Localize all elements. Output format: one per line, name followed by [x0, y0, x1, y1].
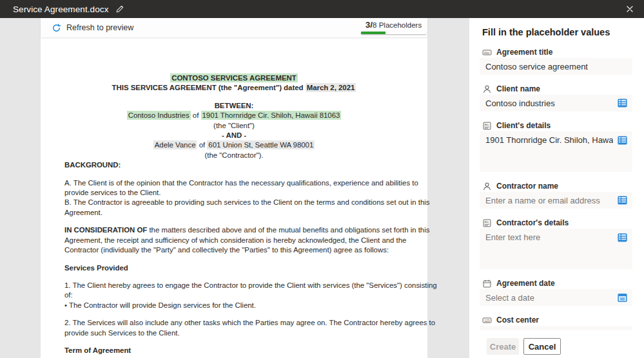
doc-spacer	[64, 310, 404, 318]
doc-text: Agreement, the receipt and sufficiency o…	[64, 236, 406, 244]
field-label: Client name	[496, 84, 540, 94]
table-lookup-icon[interactable]	[617, 135, 628, 146]
rename-pencil-icon[interactable]	[115, 5, 124, 14]
field-label: Cost center	[496, 316, 539, 325]
table-lookup-icon[interactable]	[617, 195, 628, 206]
doc-text: Services Provided	[64, 264, 128, 272]
contractor-name-input[interactable]: Enter a name or email address	[480, 192, 632, 209]
preview-toolbar: Refresh to preview 3/8 Placeholders	[41, 18, 427, 37]
doc-text: (the "Contractor").	[204, 151, 263, 159]
doc-text: - AND -	[222, 131, 246, 139]
doc-text: B. The Contractor is agreeable to provid…	[64, 198, 429, 206]
calendar-picker-icon[interactable]	[617, 292, 628, 303]
doc-text: Contractor (individually the "Party" and…	[64, 246, 389, 254]
doc-line: (the "Contractor").	[64, 151, 404, 160]
doc-line: Adele Vance of 601 Union St, Seattle WA …	[64, 140, 404, 150]
cancel-button[interactable]: Cancel	[523, 338, 561, 355]
client-name-input[interactable]: Contoso industries	[480, 95, 632, 111]
doc-text: of	[197, 141, 207, 149]
doc-line: Agreement, the receipt and sufficiency o…	[64, 236, 404, 245]
doc-text: 1. The Client hereby agrees to engage th…	[64, 281, 437, 289]
doc-line: 2. The Services will also include any ot…	[64, 318, 404, 328]
text-field-icon: Abc	[482, 48, 492, 57]
doc-spacer	[64, 93, 404, 101]
doc-line: Contoso Industries of 1901 Thornridge Ci…	[64, 111, 404, 120]
field-label-row: 123 Cost center	[482, 316, 632, 325]
doc-line: 1. The Client hereby agrees to engage th…	[64, 281, 404, 290]
panel-title: Fill in the placeholder values	[482, 26, 632, 39]
doc-line: provide services to the Client.	[64, 188, 404, 198]
doc-line: of:	[64, 290, 404, 300]
doc-line: Term of Agreement	[64, 346, 404, 355]
doc-line: IN CONSIDERATION OF the matters describe…	[64, 225, 404, 235]
progress-count: 3/	[366, 20, 373, 30]
agreement-title-input[interactable]: Contoso service agreement	[480, 58, 632, 75]
doc-text: (the "Client")	[213, 122, 255, 129]
input-placeholder: Enter text here	[485, 232, 540, 242]
text-area-icon: Abc	[482, 218, 492, 228]
doc-spacer	[64, 171, 404, 178]
doc-text: the matters described above and of the m…	[149, 226, 429, 234]
placeholder-highlight: 601 Union St, Seattle WA 98001	[207, 140, 315, 149]
close-icon[interactable]	[623, 3, 636, 15]
refresh-icon	[52, 23, 61, 33]
doc-text: 2. The Services will also include any ot…	[64, 319, 435, 326]
doc-text: A. The Client is of the opinion that the…	[64, 179, 418, 187]
table-lookup-icon[interactable]	[617, 98, 628, 109]
agreement-date-input[interactable]: Select a date	[480, 289, 632, 306]
doc-text: BETWEEN:	[215, 102, 254, 109]
input-value: Contoso industries	[485, 99, 555, 108]
table-lookup-icon[interactable]	[617, 232, 628, 243]
doc-text: BACKGROUND:	[64, 161, 121, 169]
svg-text:Abc: Abc	[484, 51, 490, 55]
doc-line: BETWEEN:	[64, 101, 404, 111]
doc-text: provide services to the Client.	[64, 189, 161, 196]
field-contractor-name: Contractor name Enter a name or email ad…	[480, 182, 632, 209]
progress-bar-fill	[361, 32, 385, 34]
contractor-details-input[interactable]: Enter text here	[480, 229, 632, 269]
placeholder-highlight: 1901 Thornridge Cir. Shiloh, Hawaii 8106…	[201, 111, 342, 120]
input-value: 1901 Thornridge Cir. Shiloh, Hawaii 8106…	[485, 135, 613, 145]
placeholder-highlight: CONTOSO SERVICES AGREEMENT	[170, 73, 297, 82]
input-placeholder: Select a date	[485, 293, 534, 303]
field-client-name: Client name Contoso industries	[480, 84, 632, 111]
field-label: Contractor's details	[496, 218, 569, 228]
field-label-row: Agreement date	[482, 279, 632, 288]
doc-line: Agreement.	[64, 208, 404, 218]
field-label-row: Abc Contractor's details	[482, 218, 632, 228]
placeholder-progress: 3/8 Placeholders	[361, 19, 426, 34]
field-client-details: Abc Client's details 1901 Thornridge Cir…	[480, 121, 632, 172]
placeholder-highlight: Contoso Industries	[127, 111, 191, 120]
preview-area: Refresh to preview 3/8 Placeholders CONT…	[0, 18, 469, 358]
refresh-button[interactable]: Refresh to preview	[52, 23, 133, 33]
doc-text: THIS SERVICES AGREEMENT (the "Agreement"…	[112, 84, 306, 91]
refresh-label: Refresh to preview	[66, 23, 133, 32]
placeholder-panel: Fill in the placeholder values Abc Agree…	[469, 18, 644, 358]
document-title: Service Agreement.docx	[13, 5, 109, 14]
field-label-row: Abc Agreement title	[482, 48, 632, 57]
progress-text: 3/8 Placeholders	[361, 19, 426, 30]
person-icon	[482, 182, 492, 191]
placeholder-highlight: Adele Vance	[153, 140, 197, 149]
doc-text: IN CONSIDERATION OF	[64, 226, 149, 234]
placeholder-highlight: March 2, 2021	[306, 83, 356, 92]
doc-spacer	[64, 256, 404, 263]
document-body: CONTOSO SERVICES AGREEMENTTHIS SERVICES …	[41, 37, 427, 355]
field-label-row: Abc Client's details	[482, 121, 632, 131]
input-placeholder: Enter a name or email address	[485, 196, 600, 205]
field-label: Contractor name	[496, 182, 558, 191]
doc-text: Term of Agreement	[64, 346, 131, 354]
doc-line: THIS SERVICES AGREEMENT (the "Agreement"…	[64, 83, 404, 93]
create-button[interactable]: Create	[487, 338, 519, 355]
field-label-row: Client name	[482, 84, 632, 94]
doc-line: provide such Services to the Client.	[64, 328, 404, 338]
client-details-input[interactable]: 1901 Thornridge Cir. Shiloh, Hawaii 8106…	[480, 131, 632, 172]
field-label: Agreement date	[496, 279, 555, 288]
progress-bar	[361, 32, 426, 34]
progress-total: 8 Placeholders	[373, 21, 422, 29]
field-agreement-date: Agreement date Select a date	[480, 279, 632, 306]
number-field-icon: 123	[482, 316, 492, 325]
svg-text:Abc: Abc	[485, 123, 490, 126]
field-label: Agreement title	[496, 48, 552, 57]
doc-line: A. The Client is of the opinion that the…	[64, 178, 404, 188]
